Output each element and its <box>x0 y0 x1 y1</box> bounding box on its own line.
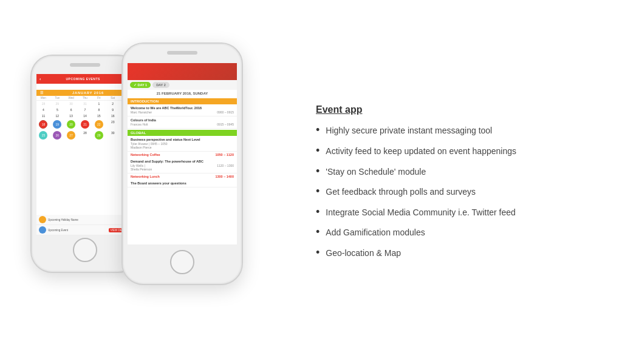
feature-item-2: • Activity feed to keep updated on event… <box>316 146 598 158</box>
back-icon[interactable]: ‹ <box>39 77 41 81</box>
bullet-5: • <box>316 206 320 217</box>
feature-text-2: Activity feed to keep updated on event h… <box>326 146 516 158</box>
section-introduction: INTRODUCTION <box>128 98 237 104</box>
feature-item-7: • Geo-location & Map <box>316 248 598 260</box>
features-list: • Highly secure private instant messagin… <box>316 125 598 259</box>
phone-schedule: ✓ DAY 1 DAY 2 21 FEBRUARY 2016, SUNDAY I… <box>121 42 243 285</box>
info-title: Event app <box>316 104 598 115</box>
bullet-4: • <box>316 186 320 197</box>
schedule-tabs: ✓ DAY 1 DAY 2 <box>128 80 237 90</box>
feature-text-4: Get feedback through polls and surveys <box>326 186 476 198</box>
feature-text-3: 'Stay on Schedule' module <box>326 166 426 178</box>
schedule-header-image <box>128 63 237 80</box>
feature-text-6: Add Gamification modules <box>326 227 425 239</box>
schedule-item-2: Colours of India Frances Holt 0915 – 094… <box>128 116 237 129</box>
feature-item-3: • 'Stay on Schedule' module <box>316 166 598 178</box>
calendar-event-2: Upcoming Event VIEW DETAILS <box>36 225 134 235</box>
phone-schedule-screen: ✓ DAY 1 DAY 2 21 FEBRUARY 2016, SUNDAY I… <box>128 63 237 244</box>
schedule-item-5: The Board answers your questions <box>128 180 237 187</box>
bullet-2: • <box>316 145 320 156</box>
calendar-title: UPCOMING EVENTS <box>66 77 100 81</box>
section-global: GLOBAL <box>128 130 237 136</box>
feature-text-1: Highly secure private instant messaging … <box>326 125 492 137</box>
feature-text-7: Geo-location & Map <box>326 248 401 260</box>
phone-calendar-screen: ‹ UPCOMING EVENTS 🔍 Enter an Event Nam..… <box>36 74 134 235</box>
calendar-days-header: Mon Tue Wed Thu Fri Sat Sun <box>36 96 134 101</box>
feature-item-1: • Highly secure private instant messagin… <box>316 125 598 137</box>
calendar-search[interactable]: Enter an Event Nam... <box>38 84 132 90</box>
schedule-item-1: Welcome to We are ABC TheWorldTour. 2016… <box>128 104 237 116</box>
tab-day2[interactable]: DAY 2 <box>152 82 169 88</box>
bullet-6: • <box>316 226 320 237</box>
networking-lunch: Networking Lunch 1300 – 1400 <box>128 174 237 180</box>
bullet-7: • <box>316 247 320 258</box>
calendar-header: ‹ UPCOMING EVENTS 🔍 <box>36 74 134 84</box>
feature-item-5: • Integrate Social Media Community i.e. … <box>316 207 598 219</box>
schedule-date: 21 FEBRUARY 2016, SUNDAY <box>128 90 237 97</box>
feature-text-5: Integrate Social Media Community i.e. Tw… <box>326 207 516 219</box>
networking-coffee: Networking Coffee 1050 – 1120 <box>128 152 237 158</box>
tab-day1[interactable]: ✓ DAY 1 <box>130 82 151 88</box>
bullet-3: • <box>316 166 320 177</box>
bullet-1: • <box>316 124 320 135</box>
schedule-item-3: Business perspective and status Next Lev… <box>128 136 237 152</box>
calendar-events: Upcoming Holiday Name Upcoming Event VIE… <box>36 215 134 235</box>
feature-item-6: • Add Gamification modules <box>316 227 598 239</box>
calendar-month: ☰ JANUARY 2016 <box>36 90 134 96</box>
phones-section: ‹ UPCOMING EVENTS 🔍 Enter an Event Nam..… <box>24 24 279 340</box>
calendar-event-1: Upcoming Holiday Name <box>36 215 134 225</box>
calendar-grid: 28 29 30 31 1 2 3 4 5 6 7 8 9 10 11 <box>36 101 134 141</box>
main-container: ‹ UPCOMING EVENTS 🔍 Enter an Event Nam..… <box>0 0 622 364</box>
schedule-item-4: Demand and Supply: The powerhouse of ABC… <box>128 158 237 174</box>
filter-icon: ☰ <box>40 91 44 95</box>
info-section: Event app • Highly secure private instan… <box>304 104 598 259</box>
feature-item-4: • Get feedback through polls and surveys <box>316 186 598 198</box>
